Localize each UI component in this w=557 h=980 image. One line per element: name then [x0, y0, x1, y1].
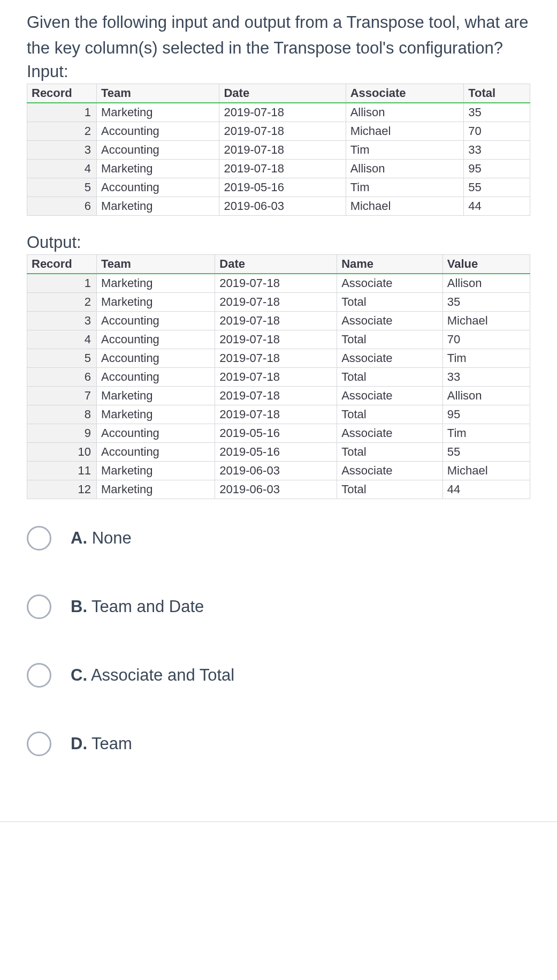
cell-associate: Allison — [346, 103, 464, 122]
cell-date: 2019-07-18 — [215, 405, 337, 424]
cell-record: 1 — [27, 103, 97, 122]
cell-name: Associate — [337, 274, 443, 293]
col-record: Record — [27, 84, 97, 103]
option-text: Team and Date — [91, 597, 204, 616]
cell-date: 2019-05-16 — [219, 178, 346, 197]
col-name: Name — [337, 255, 443, 274]
table-row: 11Marketing2019-06-03AssociateMichael — [27, 462, 530, 480]
table-row: 6Marketing2019-06-03Michael44 — [27, 197, 530, 216]
cell-associate: Michael — [346, 197, 464, 216]
cell-team: Marketing — [97, 103, 219, 122]
cell-total: 35 — [464, 103, 530, 122]
cell-name: Total — [337, 330, 443, 349]
cell-team: Marketing — [97, 405, 215, 424]
cell-record: 8 — [27, 405, 97, 424]
cell-value: 33 — [442, 368, 530, 387]
option-label: B. Team and Date — [71, 597, 204, 616]
cell-value: 55 — [442, 443, 530, 462]
cell-value: 70 — [442, 330, 530, 349]
cell-value: 35 — [442, 293, 530, 312]
cell-record: 5 — [27, 178, 97, 197]
option-b[interactable]: B. Team and Date — [27, 594, 530, 619]
cell-associate: Tim — [346, 178, 464, 197]
cell-value: Tim — [442, 349, 530, 368]
col-associate: Associate — [346, 84, 464, 103]
table-row: 3Accounting2019-07-18AssociateMichael — [27, 312, 530, 330]
cell-value: Tim — [442, 424, 530, 443]
cell-date: 2019-07-18 — [219, 122, 346, 141]
output-table: Record Team Date Name Value 1Marketing20… — [27, 254, 530, 499]
table-row: 12Marketing2019-06-03Total44 — [27, 480, 530, 499]
cell-value: Michael — [442, 462, 530, 480]
option-letter: D. — [71, 734, 87, 753]
cell-name: Total — [337, 405, 443, 424]
cell-team: Accounting — [97, 178, 219, 197]
option-text: Team — [91, 734, 132, 753]
table-row: 1Marketing2019-07-18Allison35 — [27, 103, 530, 122]
table-row: 4Accounting2019-07-18Total70 — [27, 330, 530, 349]
cell-name: Associate — [337, 312, 443, 330]
cell-date: 2019-06-03 — [215, 480, 337, 499]
cell-date: 2019-07-18 — [215, 312, 337, 330]
cell-value: Michael — [442, 312, 530, 330]
col-team: Team — [97, 84, 219, 103]
cell-name: Associate — [337, 387, 443, 405]
option-a[interactable]: A. None — [27, 526, 530, 551]
cell-record: 12 — [27, 480, 97, 499]
cell-date: 2019-07-18 — [215, 368, 337, 387]
option-label: A. None — [71, 529, 132, 548]
cell-name: Associate — [337, 424, 443, 443]
cell-team: Marketing — [97, 197, 219, 216]
cell-total: 33 — [464, 141, 530, 160]
divider — [0, 821, 557, 822]
cell-value: 44 — [442, 480, 530, 499]
cell-value: Allison — [442, 387, 530, 405]
radio-icon[interactable] — [27, 594, 51, 619]
cell-name: Total — [337, 443, 443, 462]
cell-team: Accounting — [97, 368, 215, 387]
cell-team: Accounting — [97, 330, 215, 349]
radio-icon[interactable] — [27, 732, 51, 756]
cell-team: Accounting — [97, 424, 215, 443]
cell-total: 70 — [464, 122, 530, 141]
cell-team: Accounting — [97, 312, 215, 330]
table-row: 5Accounting2019-07-18AssociateTim — [27, 349, 530, 368]
cell-total: 95 — [464, 160, 530, 178]
cell-total: 44 — [464, 197, 530, 216]
cell-team: Accounting — [97, 141, 219, 160]
cell-name: Total — [337, 480, 443, 499]
cell-date: 2019-05-16 — [215, 443, 337, 462]
cell-team: Marketing — [97, 480, 215, 499]
cell-date: 2019-07-18 — [219, 160, 346, 178]
cell-total: 55 — [464, 178, 530, 197]
table-row: 10Accounting2019-05-16Total55 — [27, 443, 530, 462]
radio-icon[interactable] — [27, 526, 51, 551]
cell-team: Marketing — [97, 387, 215, 405]
cell-associate: Allison — [346, 160, 464, 178]
cell-date: 2019-07-18 — [215, 349, 337, 368]
cell-record: 6 — [27, 368, 97, 387]
cell-record: 6 — [27, 197, 97, 216]
cell-record: 3 — [27, 141, 97, 160]
option-letter: C. — [71, 666, 87, 684]
option-label: C. Associate and Total — [71, 666, 234, 685]
cell-record: 3 — [27, 312, 97, 330]
cell-team: Marketing — [97, 160, 219, 178]
cell-date: 2019-05-16 — [215, 424, 337, 443]
col-value: Value — [442, 255, 530, 274]
cell-name: Total — [337, 368, 443, 387]
option-letter: B. — [71, 597, 87, 616]
col-total: Total — [464, 84, 530, 103]
options-group: A. NoneB. Team and DateC. Associate and … — [27, 526, 530, 756]
option-c[interactable]: C. Associate and Total — [27, 663, 530, 688]
radio-icon[interactable] — [27, 663, 51, 688]
option-label: D. Team — [71, 734, 132, 753]
option-letter: A. — [71, 529, 87, 547]
output-label: Output: — [27, 233, 530, 252]
input-table: Record Team Date Associate Total 1Market… — [27, 84, 530, 216]
table-header-row: Record Team Date Associate Total — [27, 84, 530, 103]
cell-record: 7 — [27, 387, 97, 405]
table-row: 3Accounting2019-07-18Tim33 — [27, 141, 530, 160]
option-text: Associate and Total — [91, 666, 234, 684]
option-d[interactable]: D. Team — [27, 732, 530, 756]
